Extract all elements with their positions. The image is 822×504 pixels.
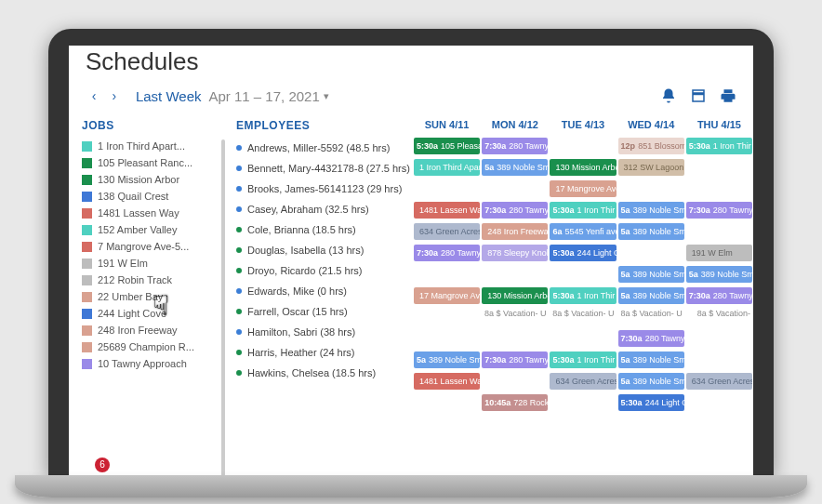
schedule-cell[interactable]: 1 Iron Third Apar — [413, 159, 481, 178]
schedule-cell[interactable]: 5:30a1 Iron Thir — [549, 351, 616, 370]
schedule-cell[interactable]: 312 SW Lagoon C — [617, 159, 685, 178]
schedule-cell[interactable]: 130 Mission Arbo — [481, 287, 549, 306]
job-chip[interactable]: 5:30a244 Light C — [618, 394, 684, 411]
employee-item[interactable]: Bennett, Mary-4432178-8 (27.5 hrs) — [236, 158, 413, 179]
job-chip[interactable]: 5a389 Noble Sm — [686, 266, 752, 283]
schedule-cell[interactable]: 7:30a280 Tawny — [413, 245, 481, 263]
schedule-cell[interactable]: 5a389 Noble Sm — [617, 373, 685, 391]
job-chip[interactable]: 7:30a280 Tawny — [686, 202, 752, 219]
dropdown-caret-icon[interactable]: ▾ — [324, 90, 329, 102]
schedule-cell[interactable]: 5a389 Noble Sm — [481, 159, 549, 178]
schedule-cell[interactable]: 5a389 Noble Sm — [413, 351, 481, 370]
schedule-cell[interactable] — [617, 245, 685, 263]
schedule-cell[interactable]: 17 Mangrove Ave — [413, 287, 481, 306]
next-arrow-icon[interactable]: › — [106, 88, 123, 103]
employee-item[interactable]: Casey, Abraham (32.5 hrs) — [236, 199, 413, 219]
schedule-cell[interactable]: 130 Mission Arbo — [549, 159, 616, 178]
print-icon[interactable] — [720, 87, 736, 104]
job-chip[interactable]: 5a389 Noble Sm — [618, 373, 684, 390]
schedule-cell[interactable]: 8a $ Vacation- U — [549, 309, 616, 327]
job-item[interactable]: 25689 Champion R... — [82, 338, 227, 355]
schedule-cell[interactable]: 878 Sleepy Knoll — [481, 245, 549, 263]
job-chip[interactable]: 17 Mangrove Ave — [550, 180, 616, 197]
schedule-cell[interactable] — [413, 394, 481, 413]
job-chip[interactable]: 1 Iron Third Apar — [414, 159, 480, 176]
schedule-cell[interactable]: 5:30a1 Iron Thir — [549, 287, 616, 306]
job-chip[interactable]: 17 Mangrove Ave — [414, 287, 480, 304]
job-chip[interactable]: 6a5545 Yenfi ave — [550, 223, 616, 240]
employee-item[interactable]: Droyo, Ricardo (21.5 hrs) — [236, 260, 413, 281]
calendar-icon[interactable] — [690, 87, 707, 104]
job-chip[interactable]: 5a389 Noble Sm — [618, 202, 684, 219]
job-item[interactable]: 10 Tawny Approach — [82, 355, 227, 372]
schedule-cell[interactable]: 8a $ Vacation- — [685, 309, 753, 327]
schedule-cell[interactable] — [481, 180, 549, 199]
job-item[interactable]: 130 Mission Arbor — [82, 171, 227, 188]
job-item[interactable]: 212 Robin Track — [82, 272, 227, 288]
job-chip[interactable]: 130 Mission Arbo — [482, 287, 548, 304]
job-item[interactable]: 191 W Elm — [82, 255, 227, 272]
job-chip[interactable]: 5a389 Noble Sm — [482, 159, 548, 176]
schedule-cell[interactable]: 5a389 Noble Sm — [617, 351, 685, 370]
schedule-cell[interactable]: 8a $ Vacation- U — [617, 309, 685, 327]
employee-item[interactable]: Douglas, Isabella (13 hrs) — [236, 240, 413, 260]
schedule-cell[interactable]: 5:30a1 Iron Thir — [549, 202, 616, 220]
job-chip[interactable]: 7:30a280 Tawny — [482, 138, 548, 154]
schedule-cell[interactable]: 1481 Lassen Way — [413, 373, 481, 391]
schedule-cell[interactable]: 5:30a105 Pleasan — [413, 138, 481, 156]
schedule-cell[interactable]: 5a389 Noble Sm — [617, 287, 685, 306]
schedule-cell[interactable] — [413, 266, 481, 285]
prev-arrow-icon[interactable]: ‹ — [86, 88, 102, 103]
schedule-cell[interactable]: 5:30a244 Light C — [617, 394, 685, 413]
schedule-cell[interactable]: 7:30a280 Tawny — [617, 330, 685, 349]
job-chip[interactable]: 878 Sleepy Knoll — [482, 245, 548, 261]
schedule-cell[interactable]: 191 W Elm — [685, 245, 753, 263]
job-chip[interactable]: 248 Iron Freeway — [482, 223, 548, 240]
schedule-cell[interactable] — [549, 266, 616, 285]
schedule-cell[interactable]: 7:30a280 Tawny — [481, 351, 549, 370]
job-chip[interactable]: 5:30a105 Pleasan — [414, 138, 480, 154]
bell-icon[interactable] — [660, 87, 677, 104]
day-header[interactable]: SUN 4/11 — [413, 115, 481, 136]
schedule-cell[interactable]: 10:45a728 Rocky — [481, 394, 549, 413]
schedule-cell[interactable]: 634 Green Acres — [549, 373, 616, 391]
day-header[interactable]: WED 4/14 — [617, 115, 685, 136]
job-chip[interactable]: 10:45a728 Rocky — [482, 394, 548, 411]
job-chip[interactable]: 634 Green Acres — [550, 373, 616, 390]
schedule-cell[interactable]: 634 Green Acres — [685, 373, 753, 391]
schedule-cell[interactable] — [549, 330, 616, 349]
schedule-cell[interactable]: 634 Green Acres — [413, 223, 481, 242]
job-item[interactable]: 105 Pleasant Ranc... — [82, 154, 227, 171]
job-chip[interactable]: 7:30a280 Tawny — [686, 287, 752, 304]
job-item[interactable]: 7 Mangrove Ave-5... — [82, 238, 227, 255]
job-chip[interactable]: 130 Mission Arbo — [550, 159, 616, 176]
schedule-cell[interactable]: 12p851 Blossom — [617, 138, 685, 156]
day-header[interactable]: THU 4/15 — [685, 115, 753, 136]
schedule-cell[interactable] — [685, 180, 753, 199]
job-item[interactable]: 248 Iron Freeway — [82, 322, 227, 338]
schedule-cell[interactable]: 248 Iron Freeway — [481, 223, 549, 242]
schedule-cell[interactable] — [549, 138, 616, 156]
day-header[interactable]: MON 4/12 — [481, 115, 549, 136]
employee-item[interactable]: Cole, Brianna (18.5 hrs) — [236, 219, 413, 240]
schedule-cell[interactable]: 17 Mangrove Ave — [549, 180, 616, 199]
schedule-cell[interactable] — [685, 394, 753, 413]
job-chip[interactable]: 5a389 Noble Sm — [618, 266, 684, 283]
job-chip[interactable]: 5a389 Noble Sm — [618, 287, 684, 304]
employee-item[interactable]: Hawkins, Chelsea (18.5 hrs) — [236, 363, 413, 383]
job-chip[interactable]: 5:30a1 Iron Thir — [550, 351, 616, 368]
employee-item[interactable]: Harris, Heather (24 hrs) — [236, 342, 413, 363]
schedule-cell[interactable] — [413, 180, 481, 199]
job-chip[interactable]: 12p851 Blossom — [618, 138, 684, 154]
job-chip[interactable]: 634 Green Acres — [414, 223, 480, 240]
job-chip[interactable]: 1481 Lassen Way — [414, 202, 480, 219]
schedule-cell[interactable] — [617, 180, 685, 199]
schedule-cell[interactable] — [481, 266, 549, 285]
employee-item[interactable]: Andrews, Miller-5592 (48.5 hrs) — [236, 138, 413, 158]
schedule-cell[interactable] — [413, 309, 481, 327]
schedule-cell[interactable]: 5:30a1 Iron Thir — [685, 138, 753, 156]
scrollbar[interactable] — [221, 139, 225, 475]
schedule-cell[interactable]: 5a389 Noble Sm — [685, 266, 753, 285]
job-chip[interactable]: 5a389 Noble Sm — [618, 223, 684, 240]
schedule-cell[interactable] — [481, 373, 549, 391]
